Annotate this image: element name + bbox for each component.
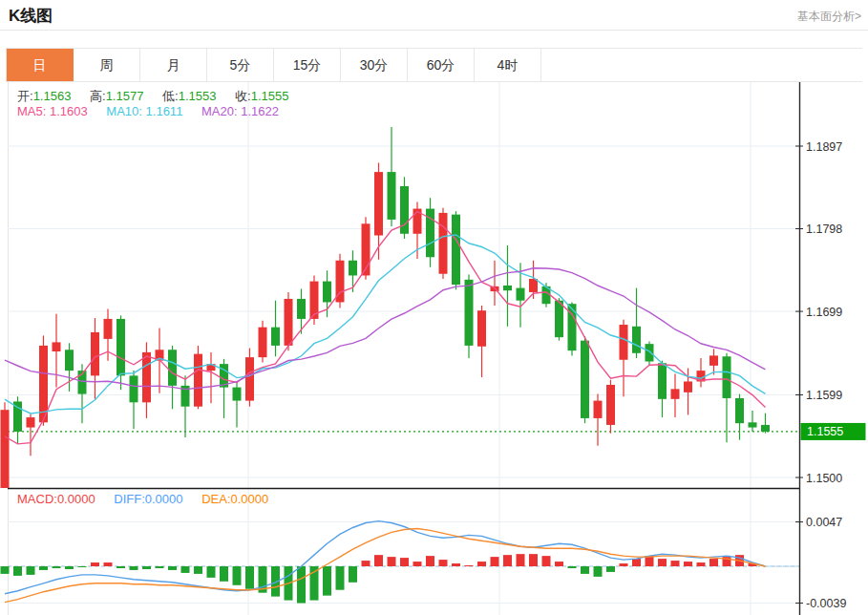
price-axis: 1.18971.17981.16991.15991.15000.0047-0.0… bbox=[795, 82, 846, 615]
axis-tick-label: 1.1897 bbox=[806, 140, 842, 154]
tab-5分[interactable]: 5分 bbox=[207, 49, 274, 81]
tab-4时[interactable]: 4时 bbox=[475, 49, 541, 81]
tab-bar: 日周月5分15分30分60分4时 bbox=[6, 48, 862, 82]
page-header: K线图 基本面分析> bbox=[0, 0, 868, 31]
axis-tick-label: 0.0047 bbox=[806, 516, 842, 529]
page-title: K线图 bbox=[9, 5, 53, 27]
tab-30分[interactable]: 30分 bbox=[341, 49, 408, 81]
kline-chart[interactable]: 1.18971.17981.16991.15991.15000.0047-0.0… bbox=[0, 82, 868, 615]
axis-tick-label: 1.1500 bbox=[806, 472, 842, 485]
fundamental-analysis-link[interactable]: 基本面分析> bbox=[797, 9, 861, 25]
axis-tick-label: 1.1599 bbox=[806, 389, 842, 402]
tab-周[interactable]: 周 bbox=[74, 49, 140, 81]
tab-60分[interactable]: 60分 bbox=[408, 49, 475, 81]
macd-histogram-layer bbox=[1, 554, 757, 603]
axis-tick-label: 1.1699 bbox=[806, 306, 842, 319]
tab-月[interactable]: 月 bbox=[140, 49, 207, 81]
kline-chart-canvas[interactable]: 1.18971.17981.16991.15991.15000.0047-0.0… bbox=[0, 82, 868, 615]
axis-tick-label: 1.1798 bbox=[806, 223, 842, 236]
grid-layer bbox=[8, 82, 799, 615]
tab-日[interactable]: 日 bbox=[7, 49, 74, 81]
axis-tick-label: -0.0039 bbox=[806, 597, 846, 610]
tab-15分[interactable]: 15分 bbox=[274, 49, 341, 81]
current-price-badge: 1.1555 bbox=[801, 423, 866, 440]
kline-page: K线图 基本面分析> 日周月5分15分30分60分4时 1.18971.1798… bbox=[0, 0, 868, 615]
candles-layer bbox=[1, 127, 771, 489]
svg-text:1.1555: 1.1555 bbox=[807, 425, 843, 438]
